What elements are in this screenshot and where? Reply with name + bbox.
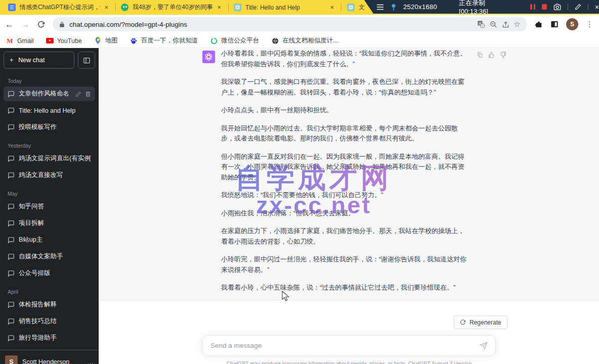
conversation-title: 体检报告解释 bbox=[19, 300, 91, 309]
bookmark-maps[interactable]: 地图 bbox=[94, 36, 118, 45]
pause-recording-icon[interactable] bbox=[530, 4, 535, 10]
tab-close-icon[interactable]: × bbox=[217, 4, 221, 11]
sidebar-item[interactable]: 投喂模板写作 bbox=[4, 120, 95, 134]
recorder-menu-icon[interactable] bbox=[376, 4, 384, 10]
bookmark-doc-similarity[interactable]: 在线文档相似度计... bbox=[271, 36, 338, 45]
bookmark-wechat-mp[interactable]: 微信公众平台 bbox=[210, 36, 259, 45]
send-icon[interactable] bbox=[480, 342, 488, 350]
tab-close-icon[interactable]: × bbox=[330, 4, 334, 11]
url-text[interactable]: chat.openai.com/?model=gpt-4-plugins bbox=[69, 21, 473, 28]
message-input[interactable]: Send a message bbox=[202, 335, 496, 356]
conversation-title: 鸡汤文直接改写 bbox=[19, 171, 91, 179]
copy-icon[interactable] bbox=[477, 52, 483, 58]
reload-icon[interactable] bbox=[37, 21, 45, 28]
bookmark-baidu[interactable]: 百度一下，你就知道 bbox=[130, 36, 198, 45]
extensions-puzzle-icon[interactable] bbox=[535, 20, 543, 28]
tab-title: 情感类ChatGPT核心提示词，快 bbox=[20, 3, 100, 12]
conversation-title: B站up主 bbox=[19, 236, 91, 244]
translate-icon[interactable]: 文A bbox=[477, 20, 485, 28]
conversation-title: 销售技巧总结 bbox=[19, 317, 91, 326]
thumbs-up-icon[interactable] bbox=[488, 52, 495, 58]
user-avatar: S bbox=[5, 355, 18, 364]
tab-separator bbox=[341, 4, 341, 11]
message-paragraph: 我深吸了一口气，感觉胸口有些沉重。我看向窗外，夜色已深，街上的灯光映照在窗户上，… bbox=[221, 77, 470, 98]
sidebar-item[interactable]: 鸡汤文直接改写 bbox=[4, 168, 95, 183]
share-icon[interactable] bbox=[502, 21, 509, 28]
regenerate-button[interactable]: Regenerate bbox=[454, 315, 507, 329]
message-paragraph: 在家庭的压力下，小雨选择了家庭，我们痛苦地分手。那天，我站在学校的操场上，看着小… bbox=[221, 226, 470, 247]
bookmark-youtube[interactable]: YouTube bbox=[46, 37, 82, 44]
chat-bubble-icon bbox=[8, 270, 15, 277]
section-label-yesterday: Yesterday bbox=[4, 136, 95, 151]
openai-logo-icon bbox=[204, 53, 213, 61]
chat-bubble-icon bbox=[8, 335, 15, 342]
chat-bubble-icon bbox=[8, 90, 15, 98]
sidebar-item[interactable]: 项目拆解 bbox=[4, 216, 95, 231]
new-chat-button[interactable]: + New chat bbox=[4, 52, 74, 69]
sidebar-item[interactable]: 公众号排版 bbox=[4, 266, 95, 281]
tab-emotional-prompts[interactable]: 情感类ChatGPT核心提示词，快 × bbox=[3, 0, 113, 15]
recorder-close-icon[interactable]: × bbox=[595, 3, 599, 11]
chat-bubble-icon bbox=[8, 301, 15, 308]
lock-icon bbox=[59, 21, 65, 28]
sidebar-item[interactable]: B站up主 bbox=[4, 233, 95, 247]
back-icon[interactable]: ← bbox=[5, 20, 14, 29]
annotate-pencil-icon[interactable] bbox=[575, 4, 581, 10]
tab-close-icon[interactable]: × bbox=[104, 4, 108, 11]
wechat-mp-icon bbox=[210, 37, 218, 44]
message-actions bbox=[477, 52, 506, 58]
edit-pencil-icon[interactable] bbox=[75, 91, 81, 97]
chat-bubble-icon bbox=[8, 172, 15, 179]
side-panel-icon[interactable] bbox=[550, 20, 559, 28]
forward-icon[interactable]: → bbox=[21, 20, 30, 29]
bookmark-label: 微信公众平台 bbox=[221, 36, 259, 45]
thumbs-down-icon[interactable] bbox=[500, 52, 506, 58]
section-label-april: April bbox=[4, 283, 95, 297]
message-paragraph: 小玲看着我，眼中闪烁着复杂的情感，轻轻说：“我知道你们之间的事情，我不介意。但我… bbox=[221, 49, 470, 69]
document-favicon bbox=[8, 4, 16, 11]
bookmark-label: YouTube bbox=[57, 37, 82, 44]
zoom-out-icon[interactable] bbox=[490, 21, 497, 28]
sidebar-item[interactable]: 旅行导游助手 bbox=[4, 331, 95, 345]
profile-avatar[interactable]: S bbox=[566, 18, 578, 30]
sidebar-item-selected[interactable]: 文章创作风格命名：风 bbox=[4, 86, 95, 101]
section-label-may: May bbox=[4, 185, 95, 199]
conversation-title: 旅行导游助手 bbox=[19, 334, 91, 342]
delete-trash-icon[interactable] bbox=[85, 91, 91, 97]
chat-bubble-icon bbox=[8, 253, 15, 260]
message-paragraph: 小玲点点头，眼中有一丝期待和担忧。 bbox=[221, 105, 470, 116]
chat-bubble-icon bbox=[8, 220, 15, 227]
chatgpt-favicon bbox=[347, 4, 355, 11]
bookmark-gmail[interactable]: M Gmail bbox=[6, 37, 34, 44]
sidebar-item[interactable]: 体检报告解释 bbox=[4, 297, 95, 312]
gmail-icon: M bbox=[6, 37, 14, 44]
sidebar-item[interactable]: 自媒体文案助手 bbox=[4, 249, 95, 264]
sidebar-item[interactable]: Title: Hello and Help bbox=[4, 103, 95, 118]
sidebar-item[interactable]: 鸡汤文提示词直出(有实例) bbox=[4, 151, 95, 166]
bookmark-label: 在线文档相似度计... bbox=[282, 36, 338, 45]
user-name: Scott Henderson bbox=[22, 358, 82, 364]
stop-recording-icon[interactable] bbox=[542, 4, 547, 10]
collapse-sidebar-button[interactable] bbox=[78, 52, 95, 69]
sidebar-user-row[interactable]: S Scott Henderson … bbox=[0, 350, 99, 364]
tab-wechat-article[interactable]: 我48岁，娶了单位40岁的同事， × bbox=[116, 0, 226, 15]
sidebar-collapse-icon bbox=[83, 57, 91, 64]
message-paragraph: 我愤怒地说：“我们不需要他的钱，我们可以自己努力。” bbox=[221, 190, 470, 201]
browser-menu-icon[interactable]: ⋮ bbox=[586, 20, 594, 29]
chat-bubble-icon bbox=[8, 237, 15, 244]
conversation-title: Title: Hello and Help bbox=[19, 107, 91, 114]
sidebar-item[interactable]: 销售技巧总结 bbox=[4, 314, 95, 329]
tab-chatgpt-active[interactable]: Title: Hello and Help × bbox=[229, 0, 339, 15]
screenshot-camera-icon[interactable] bbox=[553, 4, 561, 10]
user-menu-icon[interactable]: … bbox=[87, 358, 94, 364]
sidebar-item[interactable]: 知乎问答 bbox=[4, 199, 95, 214]
bookmark-star-icon[interactable]: ☆ bbox=[514, 20, 521, 29]
chat-bubble-icon bbox=[8, 107, 15, 114]
bookmark-label: 百度一下，你就知道 bbox=[141, 36, 198, 45]
assistant-message-text: 小玲看着我，眼中闪烁着复杂的情感，轻轻说：“我知道你们之间的事情，我不介意。但我… bbox=[221, 49, 470, 301]
toolbar-right-group: S ⋮ bbox=[535, 18, 594, 30]
recorder-pin-icon[interactable] bbox=[391, 4, 397, 11]
conversation-title: 知乎问答 bbox=[19, 202, 91, 211]
recorder-status: 正在录制 [00:13:36] bbox=[459, 0, 510, 15]
address-bar[interactable]: chat.openai.com/?model=gpt-4-plugins 文A … bbox=[53, 17, 527, 31]
